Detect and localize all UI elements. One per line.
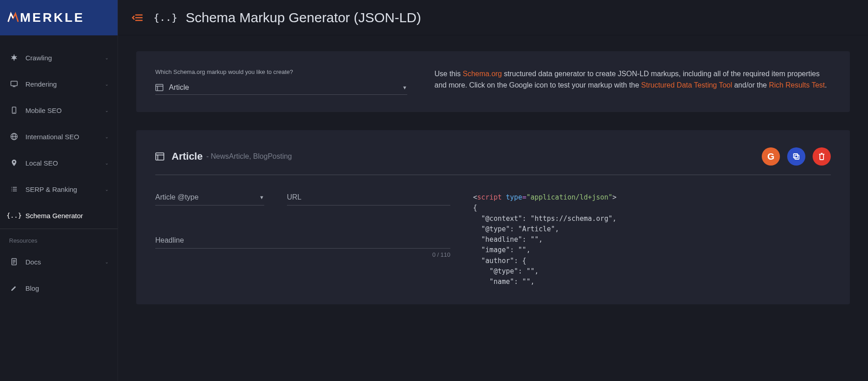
sidebar-item-label: Docs xyxy=(25,258,41,266)
svg-rect-7 xyxy=(11,81,17,86)
brackets-icon: {..} xyxy=(153,12,178,23)
resources-section-label: Resources xyxy=(0,229,118,249)
chevron-down-icon: ⌄ xyxy=(105,259,108,264)
sidebar-item-label: International SEO xyxy=(25,133,79,141)
logo-mark-icon xyxy=(7,12,19,24)
globe-icon xyxy=(9,132,19,142)
svg-point-0 xyxy=(12,56,16,59)
google-test-button[interactable]: G xyxy=(762,147,780,166)
copy-button[interactable] xyxy=(787,147,805,166)
headline-input[interactable]: Headline xyxy=(155,233,450,249)
main: {..} Schema Markup Generator (JSON-LD) W… xyxy=(118,0,868,381)
chevron-down-icon: ⌄ xyxy=(105,187,108,192)
pin-icon xyxy=(9,158,19,168)
article-card: Article - NewsArticle, BlogPosting G xyxy=(136,130,850,304)
doc-icon xyxy=(9,257,19,267)
brand-logo[interactable]: MERKLE xyxy=(0,0,118,35)
dropdown-arrow-icon: ▼ xyxy=(402,85,407,90)
sidebar-collapse-button[interactable] xyxy=(132,13,143,22)
svg-line-4 xyxy=(15,56,17,57)
article-title: Article xyxy=(172,151,202,162)
page-title: {..} Schema Markup Generator (JSON-LD) xyxy=(153,10,421,25)
phone-icon xyxy=(9,105,19,115)
sidebar-item-label: Rendering xyxy=(25,80,57,88)
bug-icon xyxy=(9,53,19,63)
url-input[interactable]: URL xyxy=(287,190,450,205)
content: Which Schema.org markup would you like t… xyxy=(118,35,868,338)
sidebar-item-crawling[interactable]: Crawling ⌄ xyxy=(0,44,118,71)
schema-icon xyxy=(155,84,163,91)
sidebar-item-label: Crawling xyxy=(25,54,52,62)
article-subtitle: - NewsArticle, BlogPosting xyxy=(206,152,292,161)
svg-line-6 xyxy=(15,58,17,59)
sidebar-item-label: Mobile SEO xyxy=(25,107,62,114)
nav: Crawling ⌄ Rendering ⌄ Mobile SEO ⌄ Inte… xyxy=(0,35,118,381)
topbar: {..} Schema Markup Generator (JSON-LD) xyxy=(118,0,868,35)
schema-org-link[interactable]: Schema.org xyxy=(463,70,502,78)
sidebar-item-label: Local SEO xyxy=(25,159,58,167)
sidebar-item-label: SERP & Ranking xyxy=(25,186,77,193)
article-form: Article @type ▼ URL Headline 0 / 110 xyxy=(155,190,450,287)
sidebar: MERKLE Crawling ⌄ Rendering ⌄ Mobile SEO… xyxy=(0,0,118,381)
sidebar-item-rendering[interactable]: Rendering ⌄ xyxy=(0,71,118,97)
schema-icon xyxy=(155,152,164,161)
chevron-down-icon: ⌄ xyxy=(105,134,108,139)
svg-rect-35 xyxy=(794,154,798,158)
intro-description: Use this Schema.org structured data gene… xyxy=(434,68,831,95)
svg-rect-34 xyxy=(795,155,799,159)
structured-data-testing-tool-link[interactable]: Structured Data Testing Tool xyxy=(641,81,732,89)
sidebar-item-mobile-seo[interactable]: Mobile SEO ⌄ xyxy=(0,97,118,123)
svg-point-14 xyxy=(13,161,15,163)
schema-select-label: Which Schema.org markup would you like t… xyxy=(155,68,407,75)
schema-select-value: Article xyxy=(169,83,402,92)
svg-line-3 xyxy=(11,56,13,57)
sidebar-item-schema-generator[interactable]: {..} Schema Generator xyxy=(0,202,118,229)
chevron-down-icon: ⌄ xyxy=(105,108,108,113)
sidebar-item-blog[interactable]: Blog xyxy=(0,275,118,301)
article-header: Article - NewsArticle, BlogPosting G xyxy=(155,147,831,175)
sidebar-item-local-seo[interactable]: Local SEO ⌄ xyxy=(0,150,118,176)
display-icon xyxy=(9,79,19,89)
dropdown-arrow-icon: ▼ xyxy=(259,195,264,200)
sidebar-item-serp-ranking[interactable]: SERP & Ranking ⌄ xyxy=(0,176,118,202)
sidebar-item-label: Blog xyxy=(25,284,39,292)
svg-line-5 xyxy=(11,58,13,59)
chevron-down-icon: ⌄ xyxy=(105,161,108,166)
pencil-icon xyxy=(9,283,19,293)
chevron-down-icon: ⌄ xyxy=(105,82,108,87)
sidebar-item-docs[interactable]: Docs ⌄ xyxy=(0,249,118,275)
brand-name: MERKLE xyxy=(20,10,84,25)
code-preview: <script type="application/ld+json"> { "@… xyxy=(473,190,831,287)
sidebar-item-international-seo[interactable]: International SEO ⌄ xyxy=(0,123,118,150)
schema-type-select[interactable]: Article ▼ xyxy=(155,81,407,95)
rich-results-test-link[interactable]: Rich Results Test xyxy=(769,81,825,89)
svg-rect-28 xyxy=(156,84,163,91)
list-icon xyxy=(9,184,19,194)
svg-rect-31 xyxy=(156,153,164,160)
brackets-icon: {..} xyxy=(9,210,19,220)
sidebar-item-label: Schema Generator xyxy=(25,212,83,220)
headline-counter: 0 / 110 xyxy=(155,251,450,258)
delete-button[interactable] xyxy=(813,147,831,166)
article-type-select[interactable]: Article @type ▼ xyxy=(155,190,264,205)
intro-card: Which Schema.org markup would you like t… xyxy=(136,51,850,112)
chevron-down-icon: ⌄ xyxy=(105,55,108,60)
